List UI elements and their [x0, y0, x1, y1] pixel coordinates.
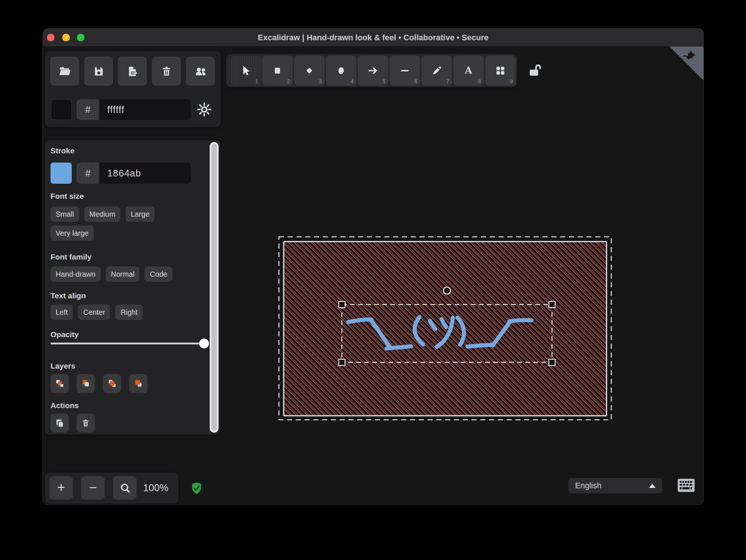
tool-shortcut: 2	[287, 78, 290, 84]
open-folder-icon	[58, 65, 71, 78]
canvas-background-hex-input[interactable]: # ffffff	[77, 99, 191, 120]
theme-toggle-button[interactable]	[197, 102, 211, 118]
panel-scrollbar-thumb[interactable]	[211, 144, 217, 431]
font-size-label: Font size	[51, 192, 84, 201]
language-value: English	[575, 481, 601, 490]
octocat-corner-icon	[669, 46, 704, 81]
line-icon	[399, 64, 411, 77]
save-button[interactable]	[84, 57, 113, 86]
diamond-icon	[303, 64, 316, 77]
encryption-shield	[190, 482, 203, 497]
lock-toggle[interactable]	[527, 62, 543, 80]
minus-glyph: −	[89, 481, 97, 494]
font-size-very-large[interactable]: Very large	[51, 225, 94, 241]
ellipse-icon	[335, 64, 347, 77]
export-button[interactable]	[118, 57, 147, 86]
zoom-out-button[interactable]: −	[81, 476, 105, 500]
rotate-handle[interactable]	[444, 287, 451, 294]
shield-check-icon	[190, 482, 203, 496]
zoom-in-button[interactable]: +	[49, 476, 73, 500]
delete-button[interactable]	[77, 414, 95, 433]
keyboard-icon	[678, 478, 695, 492]
text-tool-icon: A	[462, 64, 475, 77]
unlocked-padlock-icon	[527, 62, 543, 78]
trash-icon	[160, 65, 173, 78]
keyboard-shortcuts-button[interactable]	[678, 478, 695, 494]
arrow-icon	[367, 64, 379, 77]
tool-draw[interactable]: 7	[422, 56, 452, 86]
tool-library[interactable]: 9	[485, 56, 515, 86]
svg-text:A: A	[465, 65, 473, 76]
stroke-hex-value[interactable]: 1864ab	[99, 163, 191, 184]
actions-label: Actions	[51, 401, 79, 410]
tool-shortcut: 6	[414, 78, 417, 84]
plus-glyph: +	[57, 481, 65, 494]
hash-prefix: #	[77, 163, 99, 184]
trash-icon	[81, 418, 90, 428]
tool-shortcut: 7	[446, 78, 449, 84]
tool-shortcut: 4	[351, 78, 354, 84]
tool-shortcut: 8	[478, 78, 481, 84]
send-to-back-button[interactable]	[51, 374, 69, 393]
export-file-icon	[126, 65, 139, 78]
language-select[interactable]: English	[568, 478, 662, 493]
hash-prefix: #	[77, 99, 99, 120]
collaboration-button[interactable]	[186, 57, 215, 86]
stroke-label: Stroke	[51, 146, 74, 155]
clear-canvas-button[interactable]	[152, 57, 181, 86]
duplicate-button[interactable]	[51, 414, 69, 433]
pencil-icon	[430, 64, 443, 77]
bring-to-front-icon	[133, 378, 143, 389]
send-backward-icon	[81, 378, 91, 389]
duplicate-icon	[55, 418, 65, 428]
font-size-small[interactable]: Small	[51, 206, 79, 222]
caret-up-icon	[649, 484, 656, 488]
bring-forward-button[interactable]	[103, 374, 121, 393]
sun-icon	[197, 102, 211, 116]
opacity-label: Opacity	[51, 330, 79, 339]
selection-cursor-icon	[239, 64, 252, 77]
tool-shortcut: 9	[510, 78, 513, 84]
canvas-background-hex-value[interactable]: ffffff	[99, 99, 191, 120]
github-corner-link[interactable]	[669, 46, 704, 82]
font-size-medium[interactable]: Medium	[84, 206, 120, 222]
tool-text[interactable]: A 8	[454, 56, 484, 86]
stroke-hex-input[interactable]: # 1864ab	[77, 163, 191, 184]
tool-arrow[interactable]: 5	[358, 56, 388, 86]
stroke-color-swatch[interactable]	[51, 163, 72, 184]
opacity-slider-thumb[interactable]	[199, 339, 209, 348]
font-family-hand-drawn[interactable]: Hand-drawn	[51, 266, 101, 282]
font-family-code[interactable]: Code	[145, 266, 172, 282]
font-family-normal[interactable]: Normal	[106, 266, 139, 282]
send-backward-button[interactable]	[77, 374, 95, 393]
layers-label: Layers	[51, 362, 75, 370]
tool-rectangle[interactable]: 2	[262, 56, 292, 86]
text-align-left[interactable]: Left	[51, 305, 73, 320]
opacity-slider[interactable]	[51, 343, 206, 344]
tool-diamond[interactable]: 3	[294, 56, 324, 86]
canvas-background-swatch[interactable]	[51, 99, 72, 120]
bring-forward-icon	[107, 378, 117, 389]
tool-shortcut: 5	[383, 78, 385, 84]
tool-selection[interactable]: 1	[231, 56, 261, 86]
bring-to-front-button[interactable]	[129, 374, 148, 393]
tool-shortcut: 1	[255, 78, 258, 84]
zoom-level[interactable]: 100%	[143, 482, 168, 494]
excalidraw-window: Excalidraw | Hand-drawn look & feel • Co…	[43, 29, 704, 505]
collaborators-icon	[194, 64, 208, 78]
text-align-label: Text align	[51, 291, 86, 300]
titlebar: Excalidraw | Hand-drawn look & feel • Co…	[43, 29, 704, 46]
rectangle-icon	[271, 64, 284, 77]
tool-line[interactable]: 6	[390, 56, 420, 86]
tool-ellipse[interactable]: 4	[326, 56, 356, 86]
reset-zoom-button[interactable]	[113, 476, 137, 500]
floppy-disk-icon	[93, 65, 105, 78]
window-title: Excalidraw | Hand-drawn look & feel • Co…	[43, 29, 704, 46]
font-size-large[interactable]: Large	[126, 206, 154, 222]
send-to-back-icon	[55, 378, 65, 389]
reset-zoom-icon	[119, 482, 131, 494]
text-align-right[interactable]: Right	[115, 305, 143, 320]
open-file-button[interactable]	[50, 57, 79, 86]
text-align-center[interactable]: Center	[78, 305, 110, 320]
library-grid-icon	[495, 65, 506, 76]
